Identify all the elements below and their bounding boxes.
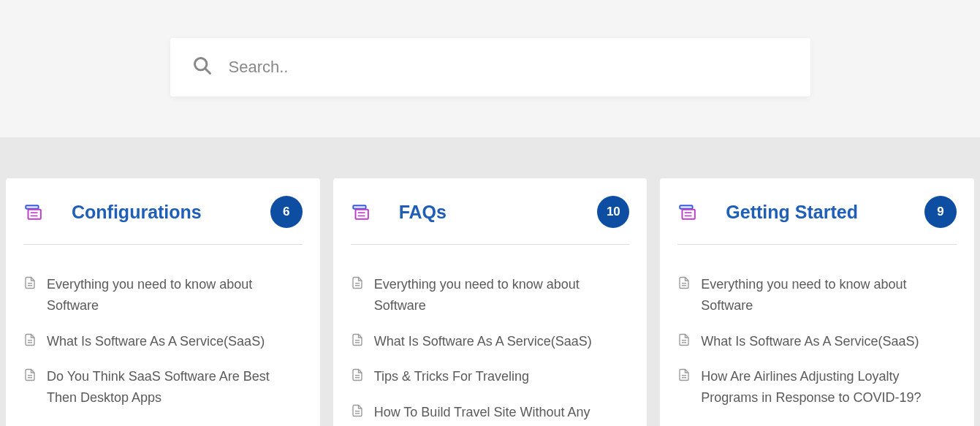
svg-rect-3 [29, 210, 41, 219]
item-text: What Is Software As A Service(SaaS) [701, 331, 919, 352]
svg-line-1 [205, 69, 210, 74]
card-list: Everything you need to know about Softwa… [677, 267, 957, 416]
document-icon [23, 276, 37, 292]
card-getting-started: Getting Started 9 Everything you need to… [660, 178, 974, 426]
card-faqs: FAQs 10 Everything you need to know abou… [333, 178, 647, 426]
item-text: Everything you need to know about Softwa… [701, 274, 957, 316]
svg-rect-13 [355, 210, 368, 219]
search-section [0, 0, 980, 137]
card-title[interactable]: FAQs [399, 202, 598, 223]
document-icon [677, 276, 691, 292]
svg-rect-24 [680, 205, 693, 208]
cards-section: Configurations 6 Everything you need to … [0, 137, 980, 426]
list-item[interactable]: What Is Software As A Service(SaaS) [23, 324, 303, 360]
item-text: Everything you need to know about Softwa… [374, 274, 630, 316]
item-text: What Is Software As A Service(SaaS) [47, 331, 265, 352]
item-text: Tips & Tricks For Traveling [374, 366, 529, 387]
list-item[interactable]: How Are Airlines Adjusting Loyalty Progr… [677, 359, 957, 416]
list-item[interactable]: How To Build Travel Site Without Any [351, 395, 630, 426]
item-text: What Is Software As A Service(SaaS) [374, 331, 592, 352]
item-text: How To Build Travel Site Without Any [374, 402, 590, 423]
card-header: FAQs 10 [351, 196, 630, 245]
card-title[interactable]: Configurations [72, 202, 270, 223]
card-header: Getting Started 9 [677, 196, 957, 245]
category-icon [23, 202, 42, 221]
document-icon [23, 333, 37, 349]
card-list: Everything you need to know about Softwa… [351, 267, 630, 426]
search-box[interactable] [170, 38, 810, 96]
category-icon [351, 202, 370, 221]
document-icon [677, 333, 691, 349]
search-input[interactable] [229, 58, 789, 77]
svg-rect-2 [26, 205, 38, 208]
document-icon [351, 276, 364, 292]
card-configurations: Configurations 6 Everything you need to … [6, 178, 320, 426]
search-icon [192, 56, 213, 79]
document-icon [351, 333, 364, 349]
svg-rect-25 [683, 210, 695, 219]
document-icon [23, 368, 37, 384]
svg-rect-12 [353, 205, 365, 208]
card-count-badge: 6 [270, 196, 303, 228]
card-header: Configurations 6 [23, 196, 303, 245]
item-text: Everything you need to know about Softwa… [47, 274, 303, 316]
list-item[interactable]: Do You Think SaaS Software Are Best Then… [23, 359, 303, 416]
list-item[interactable]: What Is Software As A Service(SaaS) [351, 324, 630, 360]
card-title[interactable]: Getting Started [726, 202, 924, 223]
card-list: Everything you need to know about Softwa… [23, 267, 303, 416]
document-icon [677, 368, 691, 384]
item-text: Do You Think SaaS Software Are Best Then… [47, 366, 303, 408]
list-item[interactable]: Everything you need to know about Softwa… [351, 267, 630, 324]
category-icon [677, 202, 696, 221]
list-item[interactable]: Everything you need to know about Softwa… [23, 267, 303, 324]
document-icon [351, 368, 364, 384]
list-item[interactable]: Tips & Tricks For Traveling [351, 359, 630, 395]
list-item[interactable]: Everything you need to know about Softwa… [677, 267, 957, 324]
card-count-badge: 10 [597, 196, 629, 228]
item-text: How Are Airlines Adjusting Loyalty Progr… [701, 366, 957, 408]
document-icon [351, 404, 364, 420]
card-count-badge: 9 [924, 196, 957, 228]
list-item[interactable]: What Is Software As A Service(SaaS) [677, 324, 957, 360]
